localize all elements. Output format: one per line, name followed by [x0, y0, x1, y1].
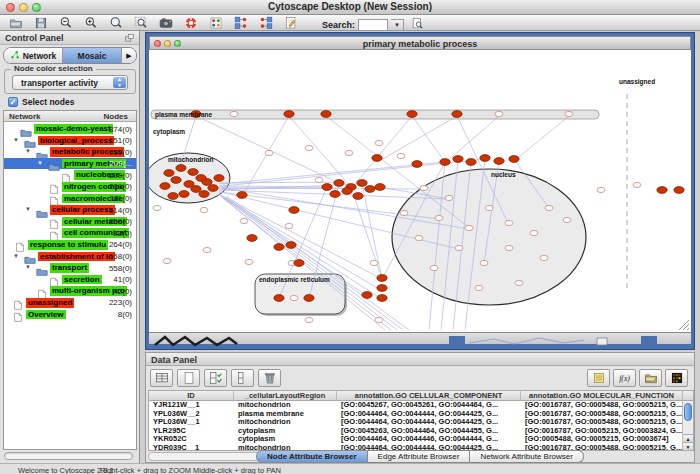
- network-node[interactable]: [191, 186, 201, 193]
- table-row-ylr295c[interactable]: YLR295Ccytoplasm[GO:0045263, GO:0044464,…: [149, 427, 693, 436]
- resize-grip-icon[interactable]: [679, 320, 689, 330]
- network-node-outline[interactable]: [597, 187, 605, 192]
- tree-item-primary-metabo[interactable]: ▼primary metabo209(...: [4, 158, 136, 170]
- tab-network[interactable]: Network: [4, 48, 63, 63]
- network-node[interactable]: [330, 191, 340, 198]
- column-header--cellularlayoutregion[interactable]: _cellularLayoutRegion: [234, 391, 337, 400]
- network-node-outline[interactable]: [495, 111, 503, 116]
- network-node[interactable]: [237, 192, 247, 199]
- network-node[interactable]: [274, 244, 284, 251]
- network-node[interactable]: [365, 186, 375, 193]
- network-node-outline[interactable]: [315, 177, 323, 182]
- network-node[interactable]: [334, 180, 344, 187]
- network-node[interactable]: [322, 184, 332, 191]
- network-node[interactable]: [674, 187, 684, 194]
- network-node[interactable]: [494, 158, 504, 165]
- network-node-outline[interactable]: [375, 140, 383, 145]
- network-node-outline[interactable]: [153, 205, 161, 210]
- function-builder-button[interactable]: f(x): [613, 369, 636, 387]
- network-node[interactable]: [377, 275, 387, 282]
- annotations-button[interactable]: [281, 15, 301, 30]
- unselect-attributes-button[interactable]: [231, 369, 254, 387]
- network-node[interactable]: [375, 184, 385, 191]
- column-header-annotation-go-molecular-function[interactable]: annotation.GO MOLECULAR_FUNCTION: [521, 391, 683, 400]
- network-node[interactable]: [412, 161, 422, 168]
- network-node-outline[interactable]: [505, 220, 513, 225]
- network-node-outline[interactable]: [370, 260, 378, 265]
- network-node-outline[interactable]: [265, 150, 273, 155]
- formula-pad-button[interactable]: [587, 369, 610, 387]
- network-node[interactable]: [274, 295, 284, 302]
- network-node[interactable]: [657, 187, 667, 194]
- tree-item-nucleobase-[interactable]: nucleobase-209(0): [4, 169, 136, 181]
- network-node[interactable]: [480, 155, 490, 162]
- network-node[interactable]: [289, 207, 299, 214]
- network-node-outline[interactable]: [565, 111, 573, 116]
- select-nodes-checkbox[interactable]: ✓: [8, 97, 18, 107]
- tree-item-multi-organism-pro[interactable]: multi-organism pro42(0): [4, 285, 136, 297]
- network-node[interactable]: [452, 111, 462, 118]
- network-node-outline[interactable]: [633, 182, 641, 187]
- tree-item-cell-communicat[interactable]: cell communicat22(0): [4, 227, 136, 239]
- table-row-ykr052c[interactable]: YKR052Ccytoplasm[GO:0044464, GO:0044446,…: [149, 435, 693, 444]
- tree-item-cellular-process[interactable]: ▼cellular process614(0): [4, 204, 136, 216]
- tree-item-cellular-metabol[interactable]: cellular metabol209(0): [4, 216, 136, 228]
- network-node-outline[interactable]: [485, 205, 493, 210]
- network-node-outline[interactable]: [397, 153, 405, 158]
- network-node-outline[interactable]: [240, 218, 248, 223]
- attribute-table-button[interactable]: [150, 369, 173, 387]
- scrollbar-thumb[interactable]: [684, 403, 692, 421]
- network-node-outline[interactable]: [290, 295, 298, 300]
- zoom-fit-button[interactable]: [106, 15, 126, 30]
- tree-item-macromolecule[interactable]: macromolecule311(0): [4, 193, 136, 205]
- tree-item-establishment-of-lo[interactable]: ▼establishment of lo558(0): [4, 251, 136, 263]
- network-view-window[interactable]: primary metabolic process plasma membran…: [145, 32, 695, 350]
- network-node[interactable]: [171, 177, 181, 184]
- network-node-outline[interactable]: [305, 145, 313, 150]
- network-node[interactable]: [362, 292, 372, 299]
- tree-item-metabolic-process[interactable]: ▼metabolic process280(0): [4, 146, 136, 158]
- delete-attribute-button[interactable]: [258, 369, 281, 387]
- network-node-outline[interactable]: [545, 205, 553, 210]
- network-node[interactable]: [353, 193, 363, 200]
- network-node-outline[interactable]: [505, 245, 513, 250]
- network-node-outline[interactable]: [530, 230, 538, 235]
- node-color-select[interactable]: transporter activity ▲▼: [12, 75, 128, 90]
- network-node-outline[interactable]: [400, 210, 408, 215]
- table-scrollbar[interactable]: ▲ ▼: [682, 401, 693, 450]
- network-node-outline[interactable]: [540, 255, 548, 260]
- import-attribute-file-button[interactable]: [639, 369, 662, 387]
- scroll-up-button[interactable]: ▲: [683, 434, 693, 442]
- network-node-outline[interactable]: [475, 285, 483, 290]
- network-canvas[interactable]: plasma membranecytoplasmmitochondrionnuc…: [149, 50, 691, 332]
- search-dropdown-button[interactable]: ▼: [391, 19, 404, 31]
- network-node[interactable]: [509, 156, 519, 163]
- network-node-outline[interactable]: [445, 195, 453, 200]
- network-node[interactable]: [284, 111, 294, 118]
- vizmapper-button[interactable]: [206, 15, 226, 30]
- heatmap-button[interactable]: [665, 369, 688, 387]
- tree-item-overview[interactable]: Overview8(0): [4, 309, 136, 321]
- network-node-outline[interactable]: [415, 235, 423, 240]
- network-node[interactable]: [188, 169, 198, 176]
- tree-item-biological-process[interactable]: ▼biological_process651(0): [4, 135, 136, 147]
- network-node[interactable]: [357, 180, 367, 187]
- tab-mosaic[interactable]: Mosaic: [63, 48, 122, 63]
- import-network-button[interactable]: [231, 15, 251, 30]
- network-node[interactable]: [199, 191, 209, 198]
- network-node-outline[interactable]: [455, 245, 463, 250]
- tree-item-nitrogen-compo[interactable]: nitrogen compo209(0): [4, 181, 136, 193]
- network-node[interactable]: [179, 191, 189, 198]
- network-node-outline[interactable]: [563, 217, 571, 222]
- network-node[interactable]: [160, 183, 170, 190]
- tab-overflow-button[interactable]: ▶: [122, 48, 136, 63]
- float-panel-icon[interactable]: [124, 33, 135, 43]
- network-node-outline[interactable]: [465, 225, 473, 230]
- table-row-yjr121w__1[interactable]: YJR121W__1mitochondrion[GO:0045267, GO:0…: [149, 401, 693, 410]
- network-node[interactable]: [342, 188, 352, 195]
- open-session-button[interactable]: [6, 15, 26, 30]
- network-node[interactable]: [407, 111, 417, 118]
- tree-item-secretion[interactable]: secretion41(0): [4, 274, 136, 286]
- disclosure-triangle-icon[interactable]: ▼: [25, 206, 31, 212]
- scroll-down-button[interactable]: ▼: [683, 442, 693, 450]
